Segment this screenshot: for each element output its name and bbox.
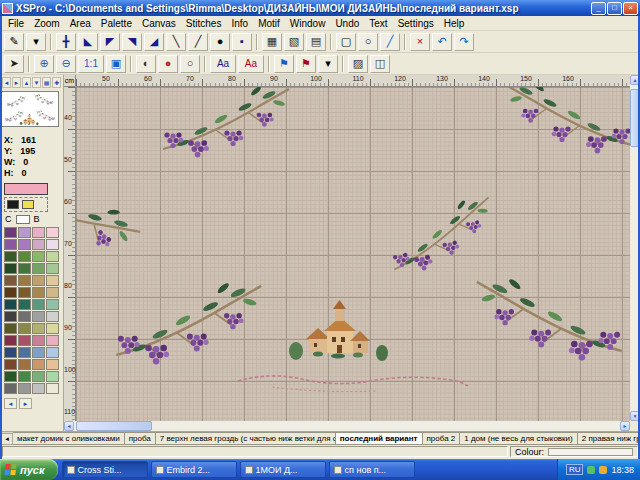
palette-swatch[interactable] <box>18 275 31 286</box>
palette-swatch[interactable] <box>46 287 59 298</box>
palette-swatch[interactable] <box>4 371 17 382</box>
palette-swatch[interactable] <box>46 371 59 382</box>
undo-button[interactable]: ↶ <box>432 33 452 51</box>
split-view[interactable]: ◫ <box>370 55 390 73</box>
pattern-tab[interactable]: макет домик с оливковками <box>13 432 125 445</box>
taskbar-task[interactable]: сп нов п... <box>329 461 415 478</box>
palette-swatch[interactable] <box>18 311 31 322</box>
thread-color-1[interactable] <box>7 200 19 209</box>
horizontal-scrollbar[interactable]: ◄ ► <box>64 421 630 431</box>
palette-swatch[interactable] <box>4 287 17 298</box>
flag-marker-red[interactable]: ⚑ <box>296 55 316 73</box>
menu-text[interactable]: Text <box>364 17 392 30</box>
palette-swatch[interactable] <box>46 299 59 310</box>
menu-palette[interactable]: Palette <box>96 17 137 30</box>
horizontal-scroll-thumb[interactable] <box>76 421 152 431</box>
palette-swatch[interactable] <box>4 383 17 394</box>
grid-view[interactable]: ▦ <box>262 33 282 51</box>
palette-swatch[interactable] <box>32 311 45 322</box>
font-cyrillic[interactable]: Аа <box>238 55 264 73</box>
palette-swatch[interactable] <box>18 371 31 382</box>
menu-motif[interactable]: Motif <box>253 17 285 30</box>
palette-swatch[interactable] <box>4 227 17 238</box>
palette-swatch[interactable] <box>46 335 59 346</box>
palette-swatch[interactable] <box>4 299 17 310</box>
palette-swatch[interactable] <box>46 311 59 322</box>
menu-file[interactable]: File <box>3 17 29 30</box>
palette-swatch[interactable] <box>18 239 31 250</box>
palette-swatch[interactable] <box>32 251 45 262</box>
nav-right[interactable]: ► <box>12 77 21 88</box>
palette-swatch[interactable] <box>46 227 59 238</box>
palette-swatch[interactable] <box>32 347 45 358</box>
palette-swatch[interactable] <box>4 347 17 358</box>
palette-swatch[interactable] <box>32 335 45 346</box>
half-stitch-br[interactable]: ◢ <box>144 33 164 51</box>
redo-button[interactable]: ↷ <box>454 33 474 51</box>
zoom-actual[interactable]: 1:1 <box>78 55 104 73</box>
palette-swatch[interactable] <box>46 263 59 274</box>
palette-swatch[interactable] <box>32 299 45 310</box>
language-indicator[interactable]: RU <box>566 464 584 475</box>
palette-swatch[interactable] <box>46 275 59 286</box>
zoom-in[interactable]: ⊕ <box>34 55 54 73</box>
palette-swatch[interactable] <box>32 239 45 250</box>
menu-stitches[interactable]: Stitches <box>181 17 227 30</box>
thread-type-swatch[interactable] <box>16 215 30 224</box>
petite-stitch[interactable]: ▪ <box>232 33 252 51</box>
more-tools-dropdown[interactable]: ▾ <box>318 55 338 73</box>
palette-swatch[interactable] <box>46 383 59 394</box>
palette-swatch[interactable] <box>46 347 59 358</box>
menu-info[interactable]: Info <box>226 17 253 30</box>
pattern-tab[interactable]: последний вариант <box>336 432 423 445</box>
line-tool[interactable]: ╱ <box>380 33 400 51</box>
menu-zoom[interactable]: Zoom <box>29 17 65 30</box>
menu-canvas[interactable]: Canvas <box>137 17 181 30</box>
tray-icon-green[interactable] <box>587 466 595 474</box>
taskbar-task[interactable]: Cross Sti... <box>62 461 148 478</box>
row-fill[interactable]: ▤ <box>306 33 326 51</box>
zoom-fit[interactable]: ▣ <box>106 55 126 73</box>
minimize-button[interactable]: _ <box>591 2 606 15</box>
menu-undo[interactable]: Undo <box>330 17 364 30</box>
palette-swatch[interactable] <box>4 275 17 286</box>
palette-swatch[interactable] <box>18 359 31 370</box>
palette-swatch[interactable] <box>32 263 45 274</box>
flag-marker-blue[interactable]: ⚑ <box>274 55 294 73</box>
title-bar[interactable]: XSPro - C:\Documents and Settings\Rimma\… <box>0 0 640 16</box>
tool-options-dropdown[interactable]: ▾ <box>26 33 46 51</box>
palette-swatch[interactable] <box>18 263 31 274</box>
scroll-right-button[interactable]: ► <box>620 421 630 431</box>
palette-swatch[interactable] <box>46 251 59 262</box>
palette-swatch[interactable] <box>18 347 31 358</box>
palette-swatch[interactable] <box>4 251 17 262</box>
half-stitch-bl[interactable]: ◣ <box>78 33 98 51</box>
selected-color-swatch[interactable] <box>4 183 48 195</box>
palette-swatch[interactable] <box>18 323 31 334</box>
palette-swatch[interactable] <box>32 287 45 298</box>
half-stitch-tr[interactable]: ◥ <box>122 33 142 51</box>
pattern-preview[interactable] <box>1 91 59 127</box>
palette-swatch[interactable] <box>18 251 31 262</box>
thumbnail-grid[interactable]: ▦ <box>42 77 51 88</box>
texture-view[interactable]: ▨ <box>348 55 368 73</box>
close-button[interactable]: × <box>623 2 638 15</box>
pattern-tab[interactable]: 2 правая ниж гр <box>578 432 640 445</box>
menu-area[interactable]: Area <box>65 17 96 30</box>
palette-swatch[interactable] <box>32 323 45 334</box>
palette-swatch[interactable] <box>4 359 17 370</box>
delete-stitch[interactable]: × <box>410 33 430 51</box>
backstitch-up[interactable]: ╱ <box>188 33 208 51</box>
palette-next[interactable]: ► <box>19 398 32 409</box>
center-view[interactable]: ✚ <box>52 77 61 88</box>
palette-swatch[interactable] <box>4 335 17 346</box>
view-mode[interactable]: ◐ <box>136 55 156 73</box>
pointer-tool[interactable]: ➤ <box>4 55 24 73</box>
nav-left[interactable]: ◄ <box>2 77 11 88</box>
backstitch-down[interactable]: ╲ <box>166 33 186 51</box>
pattern-tab[interactable]: 7 верхн левая гроздь (с частью ниж ветки… <box>156 432 336 445</box>
ellipse-select[interactable]: ○ <box>358 33 378 51</box>
taskbar-task[interactable]: Embird 2... <box>151 461 237 478</box>
palette-swatch[interactable] <box>46 359 59 370</box>
french-knot[interactable]: ● <box>210 33 230 51</box>
